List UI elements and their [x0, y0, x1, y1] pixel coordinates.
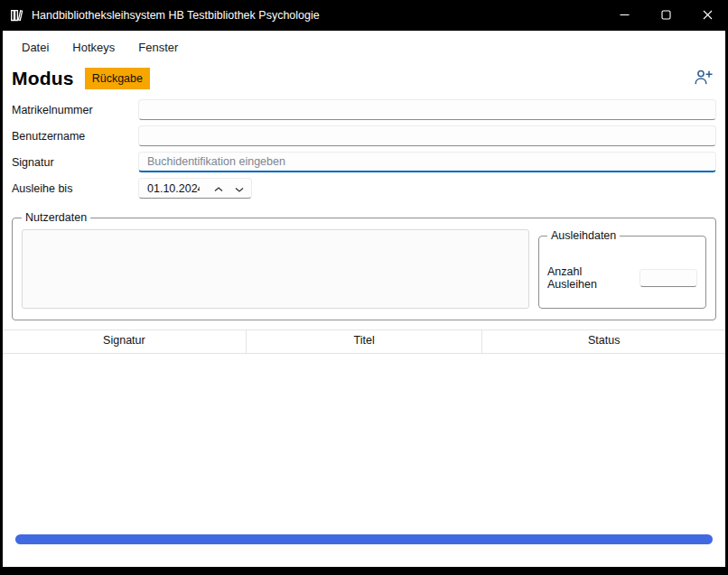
minimize-button[interactable] — [603, 0, 645, 31]
column-header-titel[interactable]: Titel — [246, 330, 482, 353]
close-icon — [703, 9, 713, 23]
anzahl-ausleihen-input[interactable] — [639, 269, 697, 287]
menu-item-datei[interactable]: Datei — [10, 37, 61, 58]
ausleihdaten-legend: Ausleihdaten — [547, 229, 620, 242]
signatur-input[interactable] — [138, 152, 716, 172]
anzahl-ausleihen-label: Anzahl Ausleihen — [547, 265, 632, 291]
nutzerdaten-group: Nutzerdaten Ausleihdaten Anzahl Ausleihe… — [12, 211, 716, 320]
window-title: Handbibliotheksleihsystem HB Testbibliot… — [32, 9, 320, 22]
ausleihe-bis-input[interactable] — [139, 179, 208, 198]
chevron-down-icon — [235, 181, 244, 195]
maximize-button[interactable] — [645, 0, 686, 31]
nutzerdaten-legend: Nutzerdaten — [22, 211, 90, 224]
ausleihe-bis-datepicker — [138, 178, 252, 199]
ausleihdaten-group: Ausleihdaten Anzahl Ausleihen — [538, 229, 706, 309]
maximize-icon — [661, 9, 671, 23]
app-window: Handbibliotheksleihsystem HB Testbibliot… — [0, 0, 728, 567]
column-header-status[interactable]: Status — [481, 330, 725, 353]
table-header: Signatur Titel Status — [3, 329, 725, 354]
page-title: Modus — [12, 68, 74, 89]
window-body: Datei Hotkeys Fenster Modus Rückgabe — [3, 31, 725, 567]
progress-bar — [15, 534, 713, 544]
mode-header: Modus Rückgabe — [3, 62, 725, 99]
close-button[interactable] — [686, 0, 728, 31]
ausleihe-bis-label: Ausleihe bis — [12, 182, 138, 195]
menubar: Datei Hotkeys Fenster — [3, 31, 725, 62]
add-user-button[interactable] — [690, 67, 716, 90]
matrikelnummer-label: Matrikelnummer — [12, 104, 138, 116]
column-header-signatur[interactable]: Signatur — [3, 330, 246, 353]
menu-item-fenster[interactable]: Fenster — [126, 37, 190, 58]
titlebar[interactable]: Handbibliotheksleihsystem HB Testbibliot… — [0, 0, 728, 31]
minimize-icon — [620, 9, 630, 23]
menu-item-hotkeys[interactable]: Hotkeys — [61, 37, 126, 58]
window-controls — [603, 0, 728, 31]
lending-form: Matrikelnummer Benutzername Signatur Aus… — [3, 99, 725, 204]
matrikelnummer-input[interactable] — [138, 99, 716, 120]
date-increment-button[interactable] — [208, 179, 229, 198]
add-user-icon — [694, 69, 713, 88]
signatur-label: Signatur — [12, 156, 138, 169]
app-icon — [9, 8, 23, 23]
benutzername-input[interactable] — [138, 125, 716, 146]
mode-badge: Rückgabe — [85, 68, 150, 89]
table-body — [3, 354, 725, 534]
nutzerdaten-textarea[interactable] — [22, 229, 529, 309]
chevron-up-icon — [214, 181, 223, 195]
date-decrement-button[interactable] — [229, 179, 249, 198]
benutzername-label: Benutzername — [12, 130, 138, 143]
